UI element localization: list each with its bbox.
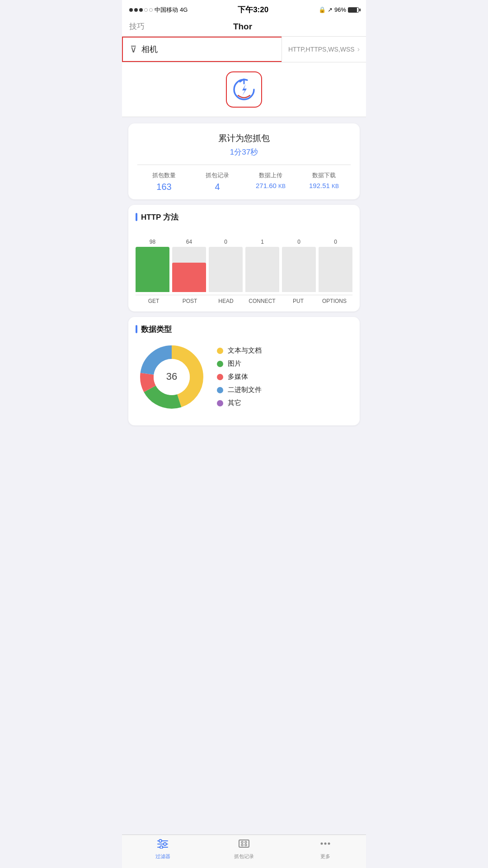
stat-download: 数据下载 192.51 KB: [297, 171, 351, 192]
stat-value-3: 192.51 KB: [297, 182, 351, 189]
filter-label: 相机: [141, 44, 158, 55]
stat-download-num: 192.51: [309, 182, 330, 189]
dot1: [129, 8, 133, 12]
bar-bg-connect: [245, 247, 279, 292]
back-button[interactable]: 技巧: [129, 21, 145, 32]
http-methods-header: HTTP 方法: [136, 212, 352, 222]
svg-text:36: 36: [166, 371, 177, 382]
stat-value-0: 163: [137, 182, 191, 192]
legend-dot-icon: [217, 400, 223, 406]
http-methods-title: HTTP 方法: [141, 212, 178, 222]
stat-value-2: 271.60 KB: [244, 182, 297, 189]
bar-col-connect: 1: [245, 229, 279, 292]
stats-duration: 1分37秒: [137, 147, 351, 157]
legend-label: 图片: [228, 359, 241, 368]
bar-label-get: GET: [136, 298, 172, 304]
network-label: 4G: [180, 6, 188, 13]
stat-label-3: 数据下载: [297, 171, 351, 179]
legend-item: 多媒体: [217, 373, 262, 381]
bar-fill-post: [172, 263, 206, 292]
signal-dots: [129, 8, 153, 12]
dot4: [144, 8, 148, 12]
bar-bg-get: [136, 247, 169, 292]
bar-value-post: 64: [186, 239, 192, 245]
bar-label-options: OPTIONS: [316, 298, 352, 304]
bar-label-put: PUT: [280, 298, 316, 304]
stats-grid: 抓包数量 163 抓包记录 4 数据上传 271.60 KB 数据下载 192.…: [137, 171, 351, 192]
bar-label-head: HEAD: [208, 298, 244, 304]
donut-svg: 36: [136, 341, 208, 413]
bar-col-put: 0: [282, 229, 316, 292]
bar-value-connect: 1: [261, 239, 264, 245]
location-icon: ↗: [328, 6, 333, 13]
stat-label-1: 抓包记录: [191, 171, 244, 179]
nav-title: Thor: [233, 22, 252, 32]
legend-label: 二进制文件: [228, 386, 262, 394]
dot5: [149, 8, 153, 12]
chevron-right-icon: ›: [357, 45, 360, 53]
bar-fill-get: [136, 247, 169, 292]
section-accent-icon: [136, 213, 137, 221]
status-left: 中国移动 4G: [129, 6, 188, 14]
bar-chart: 98640100: [136, 229, 352, 292]
stat-value-1: 4: [191, 182, 244, 192]
data-types-header: 数据类型: [136, 324, 352, 335]
stat-upload: 数据上传 271.60 KB: [244, 171, 297, 192]
status-bar: 中国移动 4G 下午3:20 🔒 ↗ 96%: [122, 0, 366, 18]
thor-logo-icon: [232, 77, 256, 102]
bar-col-post: 64: [172, 229, 206, 292]
section-accent2-icon: [136, 325, 137, 333]
logo-area: [122, 62, 366, 117]
status-right: 🔒 ↗ 96%: [319, 6, 359, 13]
legend-dot-icon: [217, 387, 223, 393]
time-label: 下午3:20: [238, 5, 268, 15]
stat-download-unit: KB: [332, 183, 339, 189]
stat-packet-records: 抓包记录 4: [191, 171, 244, 192]
legend-item: 其它: [217, 399, 262, 407]
bar-value-put: 0: [297, 239, 300, 245]
bar-bg-post: [172, 247, 206, 292]
data-types-title: 数据类型: [141, 324, 172, 335]
bar-labels: GETPOSTHEADCONNECTPUTOPTIONS: [136, 295, 352, 304]
bar-label-post: POST: [172, 298, 208, 304]
bar-fill-connect: [245, 290, 279, 292]
battery-icon: [348, 7, 359, 13]
tab-bar-spacer: [122, 431, 366, 467]
bar-value-head: 0: [224, 239, 227, 245]
logo-box[interactable]: [226, 71, 262, 108]
legend-item: 图片: [217, 359, 262, 368]
legend-label: 多媒体: [228, 373, 248, 381]
stat-label-0: 抓包数量: [137, 171, 191, 179]
bar-col-options: 0: [319, 229, 352, 292]
bar-bg-options: [319, 247, 352, 292]
stat-packet-count: 抓包数量 163: [137, 171, 191, 192]
legend-label: 其它: [228, 399, 241, 407]
legend-dot-icon: [217, 374, 223, 380]
stat-upload-num: 271.60: [256, 182, 277, 189]
battery-fill: [348, 8, 357, 12]
lock-icon: 🔒: [319, 6, 326, 13]
battery-percent: 96%: [334, 6, 346, 13]
carrier-label: 中国移动: [155, 6, 178, 14]
nav-bar: 技巧 Thor: [122, 18, 366, 37]
dot2: [134, 8, 138, 12]
protocol-label: HTTP,HTTPS,WS,WSS: [288, 46, 355, 53]
bar-col-get: 98: [136, 229, 169, 292]
legend-dot-icon: [217, 361, 223, 367]
legend-item: 文本与文档: [217, 346, 262, 355]
legend: 文本与文档图片多媒体二进制文件其它: [217, 346, 262, 407]
bar-label-connect: CONNECT: [244, 298, 280, 304]
filter-icon: ⊽: [130, 44, 137, 55]
bar-bg-head: [209, 247, 243, 292]
stat-label-2: 数据上传: [244, 171, 297, 179]
svg-marker-1: [242, 84, 247, 96]
bar-bg-put: [282, 247, 316, 292]
filter-protocol-row: ⊽ 相机 HTTP,HTTPS,WS,WSS ›: [122, 37, 366, 62]
stats-title: 累计为您抓包: [137, 132, 351, 144]
filter-button[interactable]: ⊽ 相机: [122, 37, 282, 62]
protocol-selector[interactable]: HTTP,HTTPS,WS,WSS ›: [282, 37, 366, 62]
dot3: [139, 8, 143, 12]
legend-dot-icon: [217, 348, 223, 354]
legend-item: 二进制文件: [217, 386, 262, 394]
donut-row: 36 文本与文档图片多媒体二进制文件其它: [136, 341, 352, 413]
